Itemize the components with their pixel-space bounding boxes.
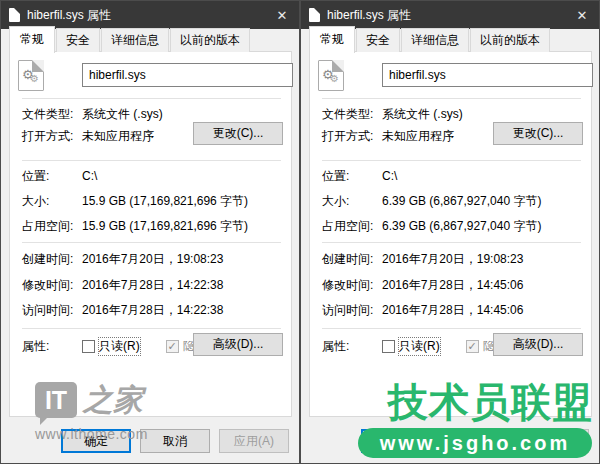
file-type-label: 文件类型: xyxy=(322,106,382,123)
general-tab-panel: ⚙ ⚙ 文件类型: 系统文件 (.sys) 打开方式: 未知应用程序 更改(C)… xyxy=(309,51,592,417)
attributes-label: 属性: xyxy=(22,338,82,355)
tab-strip: 常规 安全 详细信息 以前的版本 xyxy=(9,32,251,52)
checkbox-box: ✓ xyxy=(466,340,479,353)
created-row: 创建时间: 2016年7月20日，19:08:23 xyxy=(22,251,281,267)
size-on-disk-row: 占用空间: 15.9 GB (17,169,821,696 字节) xyxy=(22,218,281,234)
properties-dialog-right: hiberfil.sys 属性 ✕ 常规 安全 详细信息 以前的版本 ⚙ ⚙ 文… xyxy=(300,0,600,464)
system-file-icon: ⚙ ⚙ xyxy=(18,60,44,91)
created-label: 创建时间: xyxy=(322,251,382,268)
ithome-logo-box: IT xyxy=(35,382,77,418)
size-on-disk-label: 占用空间: xyxy=(22,218,82,235)
modified-row: 修改时间: 2016年7月28日，14:22:38 xyxy=(22,277,281,293)
size-label: 大小: xyxy=(322,193,382,210)
readonly-checkbox[interactable]: 只读(R) xyxy=(382,338,440,355)
divider xyxy=(322,242,581,243)
general-tab-panel: ⚙ ⚙ 文件类型: 系统文件 (.sys) 打开方式: 未知应用程序 更改(C)… xyxy=(9,51,292,417)
filename-input[interactable] xyxy=(382,63,593,87)
cancel-button[interactable]: 取消 xyxy=(140,429,210,453)
created-value: 2016年7月20日，19:08:23 xyxy=(82,251,223,268)
size-row: 大小: 6.39 GB (6,867,927,040 字节) xyxy=(322,193,581,209)
location-row: 位置: C:\ xyxy=(22,168,281,184)
filename-input[interactable] xyxy=(82,63,293,87)
properties-dialog-left: hiberfil.sys 属性 ✕ 常规 安全 详细信息 以前的版本 ⚙ ⚙ 文… xyxy=(0,0,300,464)
tab-previous-versions[interactable]: 以前的版本 xyxy=(170,28,250,52)
ithome-logo: IT 之家 xyxy=(35,382,148,418)
attributes-label: 属性: xyxy=(322,338,382,355)
location-label: 位置: xyxy=(322,168,382,185)
open-with-label: 打开方式: xyxy=(322,128,382,145)
advanced-button[interactable]: 高级(D)... xyxy=(493,333,583,356)
titlebar[interactable]: hiberfil.sys 属性 ✕ xyxy=(1,1,299,29)
filename-row: ⚙ ⚙ xyxy=(318,60,583,90)
size-on-disk-value: 6.39 GB (6,867,927,040 字节) xyxy=(382,218,541,235)
ithome-watermark: IT 之家 www.ithome.com xyxy=(35,382,148,442)
file-type-value: 系统文件 (.sys) xyxy=(82,106,163,123)
modified-value: 2016年7月28日，14:22:38 xyxy=(82,277,223,294)
window-file-icon xyxy=(309,8,320,22)
divider xyxy=(322,98,581,99)
size-label: 大小: xyxy=(22,193,82,210)
file-type-row: 文件类型: 系统文件 (.sys) xyxy=(322,106,581,122)
accessed-value: 2016年7月28日，14:45:06 xyxy=(382,302,523,319)
divider xyxy=(22,328,281,329)
tab-details[interactable]: 详细信息 xyxy=(101,28,169,52)
size-on-disk-row: 占用空间: 6.39 GB (6,867,927,040 字节) xyxy=(322,218,581,234)
close-icon[interactable]: ✕ xyxy=(565,1,599,29)
tab-security[interactable]: 安全 xyxy=(56,28,100,52)
tab-security[interactable]: 安全 xyxy=(356,28,400,52)
jsgho-watermark-url: www.jsgho.com xyxy=(358,428,592,458)
close-icon[interactable]: ✕ xyxy=(265,1,299,29)
file-type-value: 系统文件 (.sys) xyxy=(382,106,463,123)
size-on-disk-value: 15.9 GB (17,169,821,696 字节) xyxy=(82,218,248,235)
size-value: 15.9 GB (17,169,821,696 字节) xyxy=(82,193,248,210)
readonly-label: 只读(R) xyxy=(399,338,440,355)
accessed-row: 访问时间: 2016年7月28日，14:22:38 xyxy=(22,302,281,318)
readonly-checkbox[interactable]: 只读(R) xyxy=(82,338,140,355)
divider xyxy=(322,328,581,329)
divider xyxy=(322,160,581,161)
accessed-label: 访问时间: xyxy=(22,302,82,319)
size-row: 大小: 15.9 GB (17,169,821,696 字节) xyxy=(22,193,281,209)
jsgho-watermark-title: 技术员联盟 xyxy=(388,380,593,424)
window-file-icon xyxy=(9,8,20,22)
size-on-disk-label: 占用空间: xyxy=(322,218,382,235)
divider xyxy=(22,160,281,161)
location-label: 位置: xyxy=(22,168,82,185)
tab-details[interactable]: 详细信息 xyxy=(401,28,469,52)
tab-previous-versions[interactable]: 以前的版本 xyxy=(470,28,550,52)
modified-label: 修改时间: xyxy=(22,277,82,294)
modified-row: 修改时间: 2016年7月28日，14:45:06 xyxy=(322,277,581,293)
file-type-label: 文件类型: xyxy=(22,106,82,123)
created-label: 创建时间: xyxy=(22,251,82,268)
accessed-label: 访问时间: xyxy=(322,302,382,319)
readonly-label: 只读(R) xyxy=(99,338,140,355)
ithome-url: www.ithome.com xyxy=(35,426,148,442)
change-button[interactable]: 更改(C)... xyxy=(493,122,583,145)
checkbox-box: ✓ xyxy=(166,340,179,353)
accessed-row: 访问时间: 2016年7月28日，14:45:06 xyxy=(322,302,581,318)
ithome-logo-text: 之家 xyxy=(83,382,143,418)
titlebar[interactable]: hiberfil.sys 属性 ✕ xyxy=(301,1,599,29)
open-with-value: 未知应用程序 xyxy=(382,128,454,145)
apply-button[interactable]: 应用(A) xyxy=(219,429,289,453)
created-row: 创建时间: 2016年7月20日，19:08:23 xyxy=(322,251,581,267)
system-file-icon: ⚙ ⚙ xyxy=(318,60,344,91)
window-title: hiberfil.sys 属性 xyxy=(327,7,411,24)
file-type-row: 文件类型: 系统文件 (.sys) xyxy=(22,106,281,122)
window-title: hiberfil.sys 属性 xyxy=(27,7,111,24)
tab-general[interactable]: 常规 xyxy=(309,26,355,53)
accessed-value: 2016年7月28日，14:22:38 xyxy=(82,302,223,319)
location-value: C:\ xyxy=(382,169,397,183)
created-value: 2016年7月20日，19:08:23 xyxy=(382,251,523,268)
filename-row: ⚙ ⚙ xyxy=(18,60,283,90)
tab-general[interactable]: 常规 xyxy=(9,26,55,53)
divider xyxy=(22,242,281,243)
advanced-button[interactable]: 高级(D)... xyxy=(193,333,283,356)
tab-strip: 常规 安全 详细信息 以前的版本 xyxy=(309,32,551,52)
modified-label: 修改时间: xyxy=(322,277,382,294)
screenshot-stage: hiberfil.sys 属性 ✕ 常规 安全 详细信息 以前的版本 ⚙ ⚙ 文… xyxy=(0,0,600,464)
change-button[interactable]: 更改(C)... xyxy=(193,122,283,145)
checkbox-box[interactable] xyxy=(382,340,395,353)
location-row: 位置: C:\ xyxy=(322,168,581,184)
checkbox-box[interactable] xyxy=(82,340,95,353)
